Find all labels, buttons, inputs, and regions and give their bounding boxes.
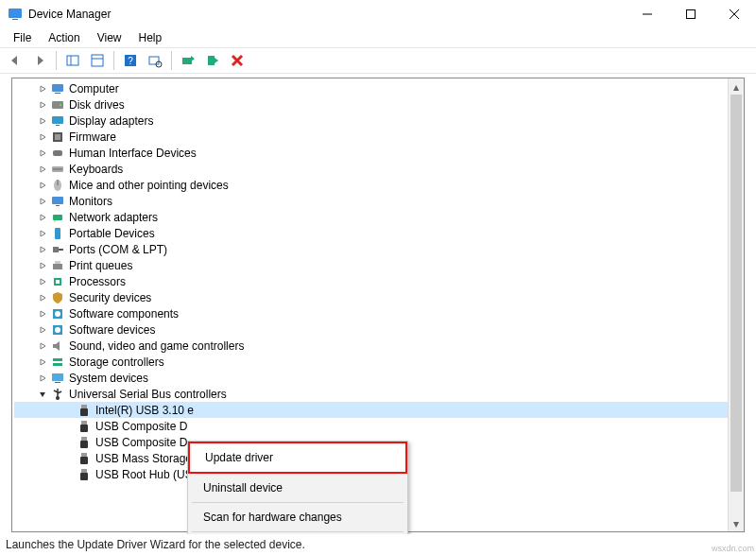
update-driver-button[interactable] bbox=[177, 49, 199, 72]
expand-icon[interactable] bbox=[37, 292, 48, 304]
titlebar: Device Manager bbox=[0, 0, 756, 28]
tree-label: Mice and other pointing devices bbox=[69, 179, 229, 192]
tree-category[interactable]: Network adapters bbox=[14, 209, 744, 225]
expand-icon[interactable] bbox=[37, 228, 48, 239]
ctx-scan-hardware[interactable]: Scan for hardware changes bbox=[190, 505, 405, 529]
scroll-up-icon[interactable]: ▴ bbox=[729, 78, 744, 95]
maximize-button[interactable] bbox=[669, 0, 713, 28]
expand-spacer bbox=[63, 421, 75, 432]
svg-rect-8 bbox=[92, 55, 103, 66]
tree-device-usb[interactable]: Intel(R) USB 3.10 e bbox=[14, 402, 744, 418]
expand-icon[interactable] bbox=[37, 180, 48, 191]
tree-category[interactable]: Keyboards bbox=[14, 161, 744, 177]
tree-category[interactable]: Security devices bbox=[14, 289, 744, 305]
svg-point-43 bbox=[55, 311, 60, 317]
tree-label: USB Composite D bbox=[95, 436, 187, 449]
expand-icon[interactable] bbox=[37, 115, 48, 127]
expand-icon[interactable] bbox=[37, 83, 48, 95]
menu-file[interactable]: File bbox=[6, 29, 39, 46]
svg-rect-6 bbox=[67, 56, 78, 65]
expand-icon[interactable] bbox=[37, 340, 48, 352]
tree-category[interactable]: Human Interface Devices bbox=[14, 145, 744, 161]
expand-icon[interactable] bbox=[37, 276, 48, 287]
expand-spacer bbox=[63, 437, 75, 448]
svg-rect-35 bbox=[55, 228, 60, 239]
tree-category[interactable]: Processors bbox=[14, 273, 744, 289]
tree-category[interactable]: Monitors bbox=[14, 193, 744, 209]
expand-icon[interactable] bbox=[37, 99, 48, 111]
show-hide-tree-button[interactable] bbox=[61, 49, 84, 72]
device-icon bbox=[50, 371, 65, 386]
expand-icon[interactable] bbox=[37, 147, 48, 159]
expand-icon[interactable] bbox=[37, 324, 48, 336]
scrollbar[interactable]: ▴ ▾ bbox=[728, 78, 744, 531]
tree-label: USB Root Hub (US bbox=[95, 468, 193, 481]
expand-icon[interactable] bbox=[37, 244, 48, 255]
device-icon bbox=[50, 258, 65, 273]
ctx-update-driver[interactable]: Update driver bbox=[188, 442, 407, 474]
tree-label: Monitors bbox=[69, 195, 112, 208]
tree-category[interactable]: Firmware bbox=[14, 129, 744, 145]
toolbar-separator bbox=[171, 51, 172, 70]
menu-view[interactable]: View bbox=[90, 29, 129, 46]
svg-rect-58 bbox=[81, 437, 87, 441]
svg-rect-23 bbox=[56, 125, 60, 126]
app-icon bbox=[8, 7, 23, 22]
expand-icon[interactable] bbox=[37, 373, 48, 384]
svg-rect-60 bbox=[81, 453, 87, 457]
expand-icon[interactable] bbox=[37, 308, 48, 320]
tree-category[interactable]: Software components bbox=[14, 305, 744, 321]
svg-rect-47 bbox=[53, 363, 62, 366]
menu-help[interactable]: Help bbox=[131, 29, 170, 46]
close-button[interactable] bbox=[713, 0, 756, 28]
expand-icon[interactable] bbox=[37, 196, 48, 207]
ctx-separator bbox=[192, 502, 404, 503]
toolbar: ? bbox=[0, 47, 756, 74]
properties-button[interactable] bbox=[86, 49, 109, 72]
tree-category[interactable]: Display adapters bbox=[14, 113, 744, 129]
help-button[interactable]: ? bbox=[119, 49, 142, 72]
tree-category[interactable]: Ports (COM & LPT) bbox=[14, 241, 744, 257]
ctx-uninstall-device[interactable]: Uninstall device bbox=[190, 476, 405, 500]
tree-category[interactable]: Sound, video and game controllers bbox=[14, 338, 744, 354]
back-button[interactable] bbox=[4, 49, 26, 72]
tree-category[interactable]: Portable Devices bbox=[14, 225, 744, 241]
tree-label: System devices bbox=[69, 372, 148, 385]
device-icon bbox=[50, 97, 65, 113]
forward-button[interactable] bbox=[28, 49, 51, 72]
scan-hardware-button[interactable] bbox=[144, 49, 166, 72]
scroll-thumb[interactable] bbox=[730, 95, 742, 492]
tree-category[interactable]: Disk drives bbox=[14, 96, 744, 113]
svg-rect-56 bbox=[81, 421, 87, 425]
device-icon bbox=[50, 322, 65, 338]
scroll-down-icon[interactable]: ▾ bbox=[729, 515, 744, 531]
menu-action[interactable]: Action bbox=[41, 29, 87, 46]
expand-icon[interactable] bbox=[37, 164, 48, 175]
expand-icon[interactable] bbox=[37, 131, 48, 143]
tree-label: Print queues bbox=[69, 259, 132, 272]
tree-category[interactable]: System devices bbox=[14, 370, 744, 386]
svg-rect-49 bbox=[55, 382, 60, 383]
enable-device-button[interactable] bbox=[201, 49, 224, 72]
tree-category[interactable]: Software devices bbox=[14, 321, 744, 338]
tree-category[interactable]: Computer bbox=[14, 80, 744, 96]
tree-label: Software components bbox=[69, 307, 179, 321]
tree-category-usb[interactable]: Universal Serial Bus controllers bbox=[14, 386, 744, 402]
expand-icon[interactable] bbox=[37, 356, 48, 368]
tree-category[interactable]: Mice and other pointing devices bbox=[14, 177, 744, 193]
device-icon bbox=[50, 194, 65, 209]
svg-rect-1 bbox=[12, 19, 18, 20]
collapse-icon[interactable] bbox=[37, 389, 48, 400]
minimize-button[interactable] bbox=[626, 0, 669, 28]
expand-spacer bbox=[63, 405, 75, 416]
svg-rect-55 bbox=[80, 408, 88, 416]
tree-category[interactable]: Storage controllers bbox=[14, 354, 744, 370]
tree-category[interactable]: Print queues bbox=[14, 257, 744, 273]
tree-device-usb[interactable]: USB Composite D bbox=[14, 418, 744, 434]
svg-rect-33 bbox=[53, 215, 62, 220]
expand-icon[interactable] bbox=[37, 212, 48, 223]
tree-label: Human Interface Devices bbox=[69, 147, 197, 160]
uninstall-device-button[interactable] bbox=[226, 49, 249, 72]
expand-icon[interactable] bbox=[37, 260, 48, 271]
svg-rect-31 bbox=[52, 197, 63, 204]
